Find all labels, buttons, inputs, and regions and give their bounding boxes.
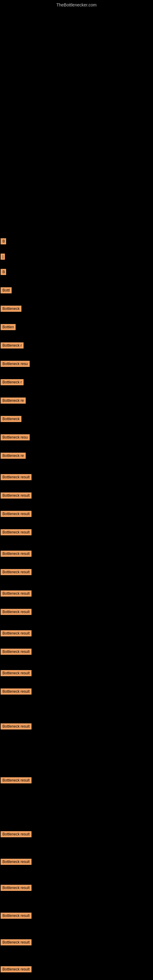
bottleneck-item[interactable]: Bottleneck result xyxy=(1,649,32,655)
bottleneck-item[interactable]: Bottleneck result xyxy=(1,609,32,615)
bottleneck-item[interactable]: Bottleneck result xyxy=(1,939,32,945)
bottleneck-item[interactable]: Bottleneck re xyxy=(1,453,26,459)
bottleneck-item[interactable]: Bottleneck result xyxy=(1,859,32,865)
bottleneck-item[interactable]: Bottlen xyxy=(1,324,16,330)
bottleneck-item[interactable]: Bottleneck result xyxy=(1,569,32,575)
bottleneck-item[interactable]: Bottleneck result xyxy=(1,777,32,783)
bottleneck-item[interactable]: Bottleneck r xyxy=(1,342,24,348)
bottleneck-item[interactable]: Bottleneck re xyxy=(1,398,26,404)
bottleneck-item[interactable]: Bottleneck result xyxy=(1,885,32,891)
bottleneck-item[interactable]: Bottleneck resu xyxy=(1,361,30,367)
bottleneck-item[interactable]: Bottleneck result xyxy=(1,529,32,535)
bottleneck-item[interactable]: Bottleneck xyxy=(1,416,21,422)
bottleneck-item[interactable]: Bottleneck result xyxy=(1,550,32,557)
bottleneck-item[interactable]: Bottleneck result xyxy=(1,689,32,695)
bottleneck-item[interactable]: Bottl xyxy=(1,287,12,293)
bottleneck-item[interactable]: Bottleneck xyxy=(1,305,21,312)
bottleneck-item[interactable]: Bottleneck resu xyxy=(1,434,30,441)
bottleneck-item[interactable]: Bottleneck result xyxy=(1,492,32,499)
bottleneck-item[interactable]: Bottleneck result xyxy=(1,511,32,517)
bottleneck-item[interactable]: B xyxy=(1,238,6,244)
bottleneck-item[interactable]: | xyxy=(1,254,5,260)
bottleneck-item[interactable]: Bottleneck r xyxy=(1,379,24,385)
bottleneck-item[interactable]: Bottleneck result xyxy=(1,630,32,636)
bottleneck-item[interactable]: Bottleneck result xyxy=(1,723,32,730)
bottleneck-item[interactable]: B xyxy=(1,269,6,275)
bottleneck-item[interactable]: Bottleneck result xyxy=(1,474,32,480)
bottleneck-item[interactable]: Bottleneck result xyxy=(1,966,32,972)
site-title: TheBottlenecker.com xyxy=(0,0,153,9)
bottleneck-item[interactable]: Bottleneck result xyxy=(1,670,32,676)
bottleneck-item[interactable]: Bottleneck result xyxy=(1,913,32,919)
bottleneck-item[interactable]: Bottleneck result xyxy=(1,590,32,597)
bottleneck-item[interactable]: Bottleneck result xyxy=(1,831,32,837)
